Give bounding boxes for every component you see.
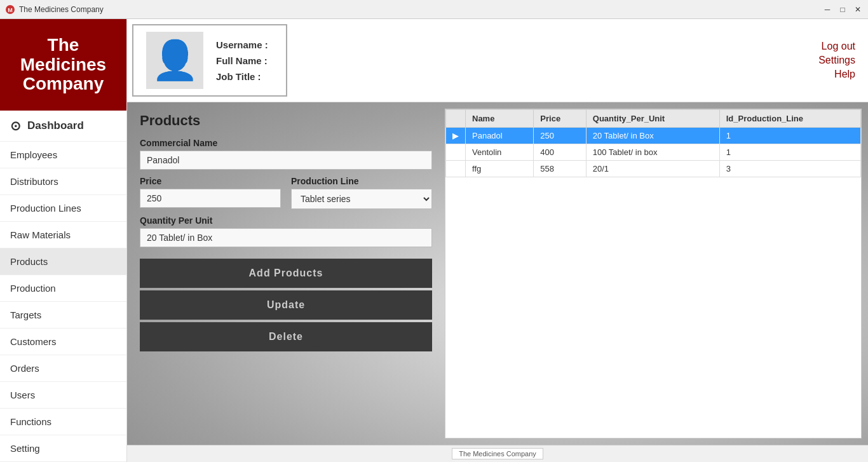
footer: The Medicines Company [127, 445, 868, 462]
action-buttons: Add Products Update Delete [140, 259, 432, 351]
sidebar-item-production-lines[interactable]: Production Lines [0, 195, 126, 222]
sidebar-item-raw-materials[interactable]: Raw Materials [0, 222, 126, 248]
fullname-row: Full Name : [216, 55, 273, 66]
price-production-row: Price Production Line Tablet series Caps… [140, 176, 432, 209]
price-label: Price [140, 176, 281, 186]
sidebar-label-distributors: Distributors [10, 176, 58, 187]
price-group: Price [140, 176, 281, 209]
row-price: 400 [534, 144, 586, 161]
sidebar-label-employees: Employees [10, 149, 57, 160]
row-prod-line: 1 [719, 144, 860, 161]
maximize-button[interactable]: □ [837, 4, 848, 15]
production-line-label: Production Line [291, 176, 432, 186]
sidebar-item-production[interactable]: Production [0, 275, 126, 302]
sidebar-label-products: Products [10, 256, 48, 267]
commercial-name-group: Commercial Name [140, 138, 432, 170]
sidebar-item-functions[interactable]: Functions [0, 409, 126, 435]
fullname-label: Full Name : [216, 55, 268, 66]
profile-section: 👤 Username : Full Name : Job Title : [132, 24, 287, 97]
sidebar-label-users: Users [10, 390, 35, 400]
top-bar-actions: Log out Settings Help [818, 41, 855, 80]
sidebar-item-setting[interactable]: Setting [0, 435, 126, 462]
row-indicator [446, 144, 466, 161]
close-button[interactable]: ✕ [853, 4, 863, 15]
production-line-select[interactable]: Tablet series Capsule series Liquid seri… [291, 189, 432, 209]
sidebar-label-setting: Setting [10, 443, 40, 454]
commercial-name-label: Commercial Name [140, 138, 432, 148]
row-name: Ventolin [466, 144, 534, 161]
update-button[interactable]: Update [140, 290, 432, 320]
quantity-per-unit-group: Quantity Per Unit [140, 215, 432, 247]
sidebar: TheMedicinesCompany ⊙ Dashboard Employee… [0, 19, 127, 462]
commercial-name-input[interactable] [140, 151, 432, 170]
sidebar-item-orders[interactable]: Orders [0, 355, 126, 382]
table-row[interactable]: ffg 558 20/1 3 [446, 161, 861, 177]
price-input[interactable] [140, 189, 281, 208]
add-products-button[interactable]: Add Products [140, 259, 432, 288]
sidebar-label-production-lines: Production Lines [10, 203, 81, 214]
app-icon: M [5, 4, 15, 15]
sidebar-label-targets: Targets [10, 309, 41, 320]
col-indicator [446, 110, 466, 128]
table-row[interactable]: ▶ Panadol 250 20 Tablet/ in Box 1 [446, 128, 861, 144]
row-indicator [446, 161, 466, 177]
row-quantity: 100 Tablet/ in box [586, 144, 719, 161]
jobtitle-row: Job Title : [216, 71, 273, 82]
footer-text: The Medicines Company [452, 448, 543, 459]
main-area: 👤 Username : Full Name : Job Title : [127, 19, 868, 462]
products-table: Name Price Quantity_Per_Unit Id_Producti… [445, 109, 861, 177]
settings-button[interactable]: Settings [818, 55, 855, 66]
row-prod-line: 1 [719, 128, 860, 144]
col-name: Name [466, 110, 534, 128]
sidebar-item-customers[interactable]: Customers [0, 329, 126, 355]
products-table-panel: Name Price Quantity_Per_Unit Id_Producti… [445, 109, 862, 438]
products-title: Products [140, 112, 432, 129]
row-quantity: 20/1 [586, 161, 719, 177]
products-panel: Products Commercial Name Price Productio… [127, 102, 445, 445]
col-quantity-per-unit: Quantity_Per_Unit [586, 110, 719, 128]
sidebar-label-customers: Customers [10, 336, 57, 347]
avatar-icon: 👤 [151, 41, 199, 79]
jobtitle-label: Job Title : [216, 71, 261, 82]
sidebar-item-employees[interactable]: Employees [0, 142, 126, 168]
production-line-group: Production Line Tablet series Capsule se… [291, 176, 432, 209]
app-title: The Medicines Company [19, 5, 822, 14]
row-price: 558 [534, 161, 586, 177]
username-label: Username : [216, 39, 268, 50]
row-price: 250 [534, 128, 586, 144]
sidebar-label-functions: Functions [10, 416, 51, 427]
help-button[interactable]: Help [834, 69, 855, 80]
profile-info: Username : Full Name : Job Title : [216, 39, 273, 82]
sidebar-label-raw-materials: Raw Materials [10, 229, 71, 240]
row-name: Panadol [466, 128, 534, 144]
row-indicator: ▶ [446, 128, 466, 144]
sidebar-label-orders: Orders [10, 363, 39, 374]
table-row[interactable]: Ventolin 400 100 Tablet/ in box 1 [446, 144, 861, 161]
delete-button[interactable]: Delete [140, 322, 432, 351]
sidebar-logo: TheMedicinesCompany [0, 19, 126, 111]
top-bar: 👤 Username : Full Name : Job Title : [127, 19, 868, 102]
sidebar-item-dashboard[interactable]: ⊙ Dashboard [0, 111, 126, 142]
col-id-production-line: Id_Production_Line [719, 110, 860, 128]
row-prod-line: 3 [719, 161, 860, 177]
quantity-per-unit-input[interactable] [140, 228, 432, 247]
sidebar-item-products[interactable]: Products [0, 248, 126, 275]
minimize-button[interactable]: ─ [822, 4, 832, 15]
window-controls[interactable]: ─ □ ✕ [822, 4, 863, 15]
sidebar-label-production: Production [10, 283, 56, 294]
content-area: Products Commercial Name Price Productio… [127, 102, 868, 445]
quantity-per-unit-label: Quantity Per Unit [140, 215, 432, 226]
row-name: ffg [466, 161, 534, 177]
sidebar-label-dashboard: Dashboard [27, 119, 84, 132]
logout-button[interactable]: Log out [822, 41, 855, 52]
title-bar: M The Medicines Company ─ □ ✕ [0, 0, 868, 19]
sidebar-item-distributors[interactable]: Distributors [0, 168, 126, 195]
svg-text:M: M [8, 7, 13, 13]
row-quantity: 20 Tablet/ in Box [586, 128, 719, 144]
dashboard-icon: ⊙ [10, 118, 21, 133]
sidebar-item-targets[interactable]: Targets [0, 302, 126, 329]
username-row: Username : [216, 39, 273, 50]
avatar: 👤 [146, 32, 203, 89]
col-price: Price [534, 110, 586, 128]
sidebar-item-users[interactable]: Users [0, 382, 126, 409]
